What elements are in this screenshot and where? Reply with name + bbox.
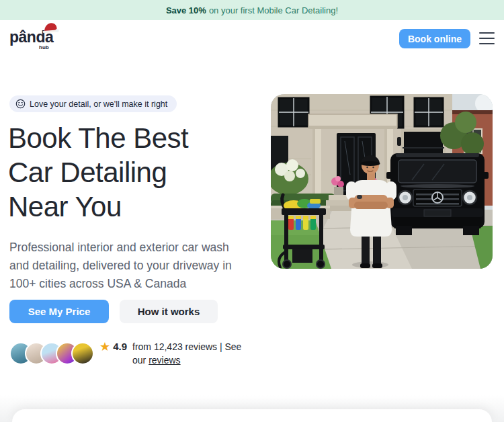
promo-text: on your first Mobile Car Detailing! xyxy=(209,5,338,15)
promo-highlight: Save 10% xyxy=(166,5,206,15)
next-section-card xyxy=(12,409,492,422)
promo-banner: Save 10% on your first Mobile Car Detail… xyxy=(0,0,504,20)
hero-photo-illustration xyxy=(271,94,493,269)
landing-page: Save 10% on your first Mobile Car Detail… xyxy=(0,0,504,422)
page-title: Book The Best Car Detailing Near You xyxy=(8,121,263,224)
book-online-button[interactable]: Book online xyxy=(399,29,470,48)
see-my-price-button[interactable]: See My Price xyxy=(9,300,109,323)
hero-description: Professional interior and exterior car w… xyxy=(9,239,246,293)
logo-sub-label: hub xyxy=(39,44,49,50)
smiley-icon xyxy=(15,99,26,109)
header: pânda hub Book online xyxy=(0,20,504,56)
avatar xyxy=(71,342,94,365)
hero-photo xyxy=(271,94,493,269)
santa-hat-icon xyxy=(42,21,59,34)
title-line-3: Near You xyxy=(8,189,263,224)
star-icon: ★ xyxy=(99,340,110,353)
title-line-2: Car Detailing xyxy=(8,155,263,189)
how-it-works-button[interactable]: How it works xyxy=(120,300,218,323)
reviews-summary: ★ 4.9 from 12,423 reviews | See our revi… xyxy=(9,340,252,367)
reviews-link[interactable]: reviews xyxy=(149,355,180,366)
menu-icon[interactable] xyxy=(479,32,495,44)
title-line-1: Book The Best xyxy=(8,121,263,155)
cta-row: See My Price How it works xyxy=(9,300,218,323)
rating-score: 4.9 xyxy=(113,340,127,353)
logo[interactable]: pânda hub xyxy=(9,27,63,54)
guarantee-badge: Love your detail, or we'll make it right xyxy=(9,95,177,112)
next-section-zone xyxy=(0,395,504,422)
guarantee-badge-label: Love your detail, or we'll make it right xyxy=(30,99,167,109)
rating-text: from 12,423 reviews | See our reviews xyxy=(132,340,252,367)
reviewer-avatars xyxy=(9,342,94,365)
rating-block: ★ 4.9 from 12,423 reviews | See our revi… xyxy=(99,340,252,367)
